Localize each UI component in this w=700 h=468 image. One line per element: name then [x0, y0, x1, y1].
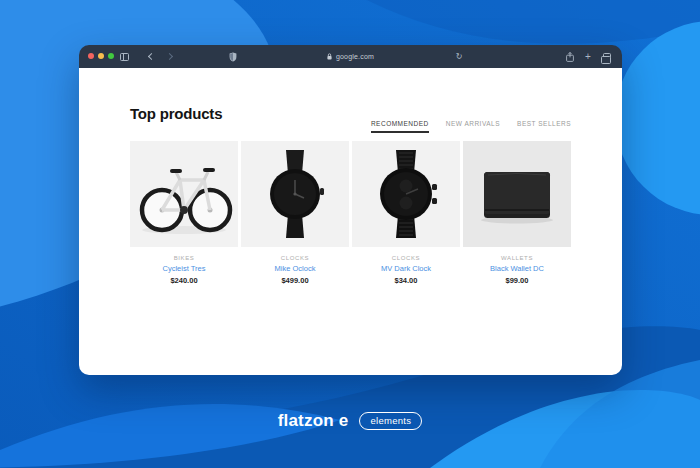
- product-image-bicycle[interactable]: [130, 141, 238, 247]
- new-tab-icon: +: [585, 52, 591, 62]
- page-content: Top products RECOMMENDED NEW ARRIVALS BE…: [79, 68, 622, 375]
- product-name-link[interactable]: Black Wallet DC: [463, 264, 571, 273]
- product-price: $499.00: [241, 276, 349, 285]
- tab-new-arrivals[interactable]: NEW ARRIVALS: [446, 120, 500, 133]
- url-text: google.com: [336, 53, 374, 60]
- product-image-wallet[interactable]: [463, 141, 571, 247]
- product-price: $99.00: [463, 276, 571, 285]
- product-category: CLOCKS: [241, 255, 349, 261]
- new-tab-button[interactable]: +: [582, 45, 594, 68]
- product-category: BIKES: [130, 255, 238, 261]
- lock-icon: [327, 53, 332, 60]
- browser-toolbar: google.com ↻ +: [79, 45, 622, 68]
- product-category: CLOCKS: [352, 255, 460, 261]
- page-title: Top products: [130, 105, 222, 122]
- product-card: CLOCKS Mike Oclock $499.00: [241, 141, 349, 285]
- refresh-icon: ↻: [456, 53, 463, 61]
- tab-recommended[interactable]: RECOMMENDED: [371, 120, 429, 133]
- screenshot-stage: google.com ↻ + Top products: [0, 0, 700, 468]
- share-icon: [566, 52, 574, 62]
- product-price: $240.00: [130, 276, 238, 285]
- product-category: WALLETS: [463, 255, 571, 261]
- product-name-link[interactable]: Mike Oclock: [241, 264, 349, 273]
- product-filter-tabs: RECOMMENDED NEW ARRIVALS BEST SELLERS: [371, 120, 571, 133]
- share-button[interactable]: [564, 45, 576, 68]
- product-image-chronograph-watch[interactable]: [352, 141, 460, 247]
- brand-footer: flatzon e elements: [0, 406, 700, 436]
- product-card: BIKES Cycleist Tres $240.00: [130, 141, 238, 285]
- browser-window: google.com ↻ + Top products: [79, 45, 622, 375]
- product-card: CLOCKS MV Dark Clock $34.00: [352, 141, 460, 285]
- tab-overview-button[interactable]: [600, 45, 614, 68]
- brand-logo: flatzon e: [278, 411, 349, 431]
- tab-overview-icon: [603, 53, 611, 60]
- elements-badge: elements: [359, 412, 422, 431]
- product-image-watch[interactable]: [241, 141, 349, 247]
- product-card: WALLETS Black Wallet DC $99.00: [463, 141, 571, 285]
- address-bar[interactable]: google.com: [79, 45, 622, 68]
- product-name-link[interactable]: Cycleist Tres: [130, 264, 238, 273]
- refresh-button[interactable]: ↻: [452, 45, 466, 68]
- product-price: $34.00: [352, 276, 460, 285]
- tab-best-sellers[interactable]: BEST SELLERS: [517, 120, 571, 133]
- product-grid: BIKES Cycleist Tres $240.00: [130, 141, 571, 285]
- product-name-link[interactable]: MV Dark Clock: [352, 264, 460, 273]
